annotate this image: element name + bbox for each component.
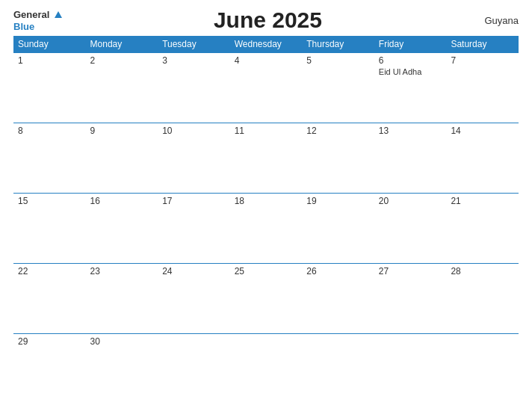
logo-general-row: General bbox=[13, 8, 62, 20]
logo-triangle-icon bbox=[55, 11, 62, 18]
week-row-5: 29 30 bbox=[13, 333, 519, 404]
week-row-2: 8 9 10 11 12 13 14 bbox=[13, 123, 519, 193]
header-tuesday: Tuesday bbox=[158, 36, 230, 53]
cell-2-tue: 10 bbox=[158, 123, 230, 193]
cell-2-sat: 14 bbox=[446, 123, 519, 193]
cell-2-thu: 12 bbox=[302, 123, 374, 193]
logo-blue-text: Blue bbox=[13, 21, 34, 32]
header-sunday: Sunday bbox=[13, 36, 86, 53]
cell-5-fri bbox=[374, 333, 447, 404]
cell-3-mon: 16 bbox=[86, 193, 158, 263]
cell-1-thu: 5 bbox=[302, 53, 374, 123]
cell-3-sun: 15 bbox=[13, 193, 86, 263]
logo-blue-row: Blue bbox=[13, 20, 34, 32]
weekday-header-row: Sunday Monday Tuesday Wednesday Thursday… bbox=[13, 36, 519, 53]
country-name: Guyana bbox=[474, 15, 519, 26]
cell-4-fri: 27 bbox=[374, 263, 447, 333]
page-wrapper: General Blue June 2025 Guyana Sunday Mon… bbox=[0, 0, 532, 411]
header: General Blue June 2025 Guyana bbox=[13, 7, 519, 33]
cell-1-fri: 6 Eid Ul Adha bbox=[374, 53, 447, 123]
header-monday: Monday bbox=[86, 36, 158, 53]
week-row-4: 22 23 24 25 26 27 28 bbox=[13, 263, 519, 333]
cell-5-mon: 30 bbox=[86, 333, 158, 404]
calendar-table: Sunday Monday Tuesday Wednesday Thursday… bbox=[13, 36, 519, 404]
logo-general-text: General bbox=[13, 9, 49, 20]
week-row-3: 15 16 17 18 19 20 21 bbox=[13, 193, 519, 263]
cell-2-wed: 11 bbox=[230, 123, 303, 193]
cell-3-fri: 20 bbox=[374, 193, 447, 263]
cell-4-thu: 26 bbox=[302, 263, 374, 333]
week-row-1: 1 2 3 4 5 6 Eid Ul Adha 7 bbox=[13, 53, 519, 123]
cell-1-sat: 7 bbox=[446, 53, 519, 123]
cell-5-tue bbox=[158, 333, 230, 404]
logo-area: General Blue bbox=[13, 8, 62, 32]
header-friday: Friday bbox=[374, 36, 447, 53]
cell-2-sun: 8 bbox=[13, 123, 86, 193]
cell-4-tue: 24 bbox=[158, 263, 230, 333]
cell-2-fri: 13 bbox=[374, 123, 447, 193]
cell-4-wed: 25 bbox=[230, 263, 303, 333]
cell-1-tue: 3 bbox=[158, 53, 230, 123]
cell-1-wed: 4 bbox=[230, 53, 303, 123]
cell-5-sat bbox=[446, 333, 519, 404]
cell-4-sat: 28 bbox=[446, 263, 519, 333]
cell-3-wed: 18 bbox=[230, 193, 303, 263]
header-thursday: Thursday bbox=[302, 36, 374, 53]
calendar-title: June 2025 bbox=[62, 7, 474, 33]
cell-3-thu: 19 bbox=[302, 193, 374, 263]
cell-4-mon: 23 bbox=[86, 263, 158, 333]
cell-5-thu bbox=[302, 333, 374, 404]
cell-4-sun: 22 bbox=[13, 263, 86, 333]
header-wednesday: Wednesday bbox=[230, 36, 303, 53]
cell-3-tue: 17 bbox=[158, 193, 230, 263]
cell-5-wed bbox=[230, 333, 303, 404]
cell-1-sun: 1 bbox=[13, 53, 86, 123]
cell-3-sat: 21 bbox=[446, 193, 519, 263]
cell-1-mon: 2 bbox=[86, 53, 158, 123]
header-saturday: Saturday bbox=[446, 36, 519, 53]
cell-2-mon: 9 bbox=[86, 123, 158, 193]
cell-5-sun: 29 bbox=[13, 333, 86, 404]
